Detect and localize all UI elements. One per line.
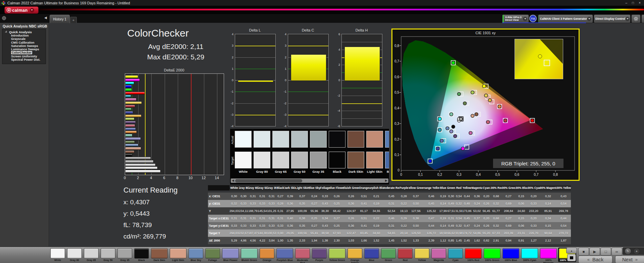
target-swatch-white[interactable] [235,152,252,168]
pattern-label: Yellow [415,259,429,262]
target-swatch-blue-sky[interactable] [385,152,389,168]
target-swatch-gray-50[interactable] [291,152,308,168]
actual-swatch-white[interactable] [235,131,252,148]
de-bar-foliage [125,141,135,144]
swatch-scrollbar[interactable]: ◀ ▶ [231,178,388,183]
sidebar-item-introduction[interactable]: Introduction [11,34,46,37]
next-button[interactable]: Next » [615,256,644,263]
pattern-window-button[interactable] [567,254,576,261]
pattern-button-green[interactable]: Green [380,248,396,262]
target-swatch-light-skin[interactable] [366,152,383,168]
pattern-button-purple[interactable]: Purple [311,248,327,262]
target-swatch-black[interactable] [329,152,345,168]
meter-dropdown-icon[interactable] [523,17,527,21]
pattern-button-blue-flower[interactable]: Blue Flower [221,248,239,262]
refresh-button[interactable]: ↻ [625,248,631,255]
actual-swatch-blue-sky[interactable] [385,131,389,148]
pattern-generator-dropdown-icon[interactable] [587,17,591,21]
pattern-button-100-blue[interactable]: 100% Blue [502,248,520,262]
tab-history-1[interactable]: History 1 [50,15,70,23]
pattern-window-button[interactable]: □ [600,248,611,256]
sidebar-item-screen-uniformity[interactable]: Screen Uniformity [11,55,46,58]
actual-swatch-gray-65[interactable] [272,131,289,148]
pattern-button-100-red[interactable]: 100% Red [464,248,482,262]
pattern-button-foliage[interactable]: Foliage [205,248,221,262]
window-titlebar: Calman 2022 Calman Ultimate for Business… [0,0,644,6]
extra-round-button[interactable]: ● [633,248,640,255]
sidebar-item-grayscale[interactable]: Grayscale [11,37,46,41]
sidebar-item-saturation-sweeps[interactable]: Saturation Sweeps [11,44,46,48]
pattern-button-dark-skin[interactable]: Dark Skin [150,248,168,262]
close-button[interactable]: × [639,1,641,5]
maximize-button[interactable]: □ [632,1,634,5]
tree-expander-icon[interactable] [5,31,8,34]
pattern-generator-status-bar [538,15,539,23]
play-button[interactable]: ▶ [589,248,600,256]
scroll-left-icon[interactable]: ◀ [232,178,234,183]
settings-button[interactable] [631,14,641,23]
pattern-button-gray-35[interactable]: Gray 35 [117,248,133,262]
tree-root[interactable]: Quick Analysis [5,30,46,34]
pattern-button-100-magenta[interactable]: 100% Magenta [539,248,557,263]
pattern-button-gray-65[interactable]: Gray 65 [83,248,99,262]
sidebar-item-cms-calibration[interactable]: CMS Calibration [11,41,46,44]
strip-collapse-button[interactable]: ▲ [566,248,577,254]
y-tick-label: -6 [335,124,340,128]
pattern-button-yellow[interactable]: Yellow [414,248,430,262]
pattern-button-moderate-red[interactable]: Moderate Red [294,248,311,263]
calman-logo-button[interactable]: calman [4,6,39,14]
back-button[interactable]: « Back [578,256,612,263]
tab-scroll-left-icon[interactable]: ◀ [44,16,47,19]
pattern-button-purplish-blue[interactable]: Purplish Blue [276,248,294,262]
stop-button[interactable]: ■ [578,248,589,256]
pattern-button-cyan[interactable]: Cyan [447,248,464,262]
pattern-generator-dropdown[interactable]: CalMAN Client 3 Pattern Generator [538,14,593,23]
table-cell: 0,48 [462,200,472,207]
pattern-button-blue[interactable]: Blue [364,248,380,262]
de-bar-yellow [125,101,142,104]
actual-swatch-black[interactable] [329,131,345,148]
table-cell: 0,27 [309,222,320,229]
pattern-button-orange-yellow[interactable]: Orange Yellow [347,248,363,263]
sidebar-item-colorchecker[interactable]: ColorChecker [11,51,46,54]
actual-swatch-gray-80[interactable] [254,131,270,148]
actual-swatch-light-skin[interactable] [366,131,383,148]
pattern-button-orange[interactable]: Orange [259,248,275,262]
pattern-button-black[interactable]: Black [133,248,150,262]
pattern-button-magenta[interactable]: Magenta [431,248,447,262]
actual-swatch-gray-35[interactable] [310,131,327,148]
loop-button[interactable]: ∞ [611,248,622,256]
pattern-button-100-green[interactable]: 100% Green [483,248,501,262]
pattern-button-gray-50[interactable]: Gray 50 [100,248,116,262]
display-control-dropdown-icon[interactable] [625,17,630,21]
pattern-button-blue-sky[interactable]: Blue Sky [188,248,204,262]
target-swatch-gray-35[interactable] [310,152,327,168]
layout-dot-button[interactable] [2,16,6,20]
meter-dropdown[interactable]: X-Rite i1Pro 3 Direct View [502,14,529,23]
table-cell: 0,27 [502,215,515,222]
pattern-button-light-skin[interactable]: Light Skin [169,248,187,262]
table-cell: 3,84 [267,237,276,244]
pattern-button-100-cyan[interactable]: 100% Cyan [521,248,539,262]
pattern-button-gray-80[interactable]: Gray 80 [66,248,83,262]
target-swatch-gray-65[interactable] [272,152,289,168]
add-tab-button[interactable]: + [70,17,77,23]
target-swatch-dark-skin[interactable] [347,152,364,168]
pattern-button-bluish-green[interactable]: Bluish Green [240,248,258,262]
sidebar-item-luminance-sweeps[interactable]: Luminance Sweeps [11,48,46,51]
pattern-swatch [347,248,362,259]
display-control-dropdown[interactable]: Direct Display Control [594,14,631,23]
logo-menu-dropdown[interactable] [30,8,34,12]
target-swatch-gray-80[interactable] [254,152,270,168]
meter-count-badge[interactable]: 711 [529,15,537,22]
pattern-button-yellow-green[interactable]: Yellow Green [328,248,346,262]
pattern-button-red[interactable]: Red [397,248,413,262]
scroll-right-icon[interactable]: ▶ [385,178,387,183]
actual-swatch-gray-50[interactable] [291,131,308,148]
minimize-button[interactable]: – [626,1,628,5]
sidebar-item-spectral-power-dist-[interactable]: Spectral Power Dist. [11,58,46,61]
swatch-scroll-thumb[interactable] [235,179,302,182]
pattern-button-white[interactable]: White [50,248,66,262]
actual-swatch-dark-skin[interactable] [347,131,364,148]
partial-toolbar-button[interactable] [641,14,644,23]
